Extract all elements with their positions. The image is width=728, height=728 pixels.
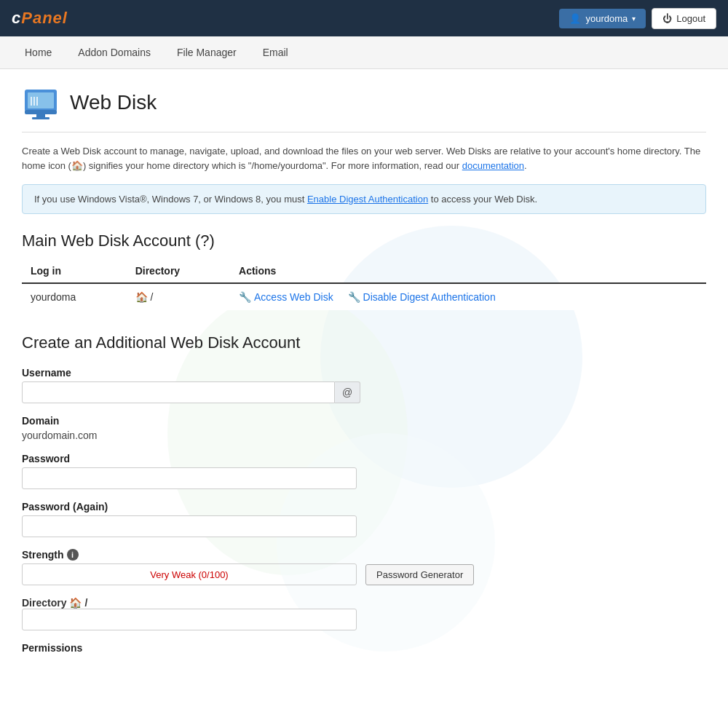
logout-icon: ⏻ <box>662 13 672 24</box>
strength-label: Strength i <box>22 549 706 561</box>
subnav: Home Addon Domains File Manager Email <box>0 36 728 69</box>
username-row: @ <box>22 381 706 403</box>
documentation-link[interactable]: documentation <box>462 160 524 171</box>
password-again-label: Password (Again) <box>22 501 706 513</box>
subnav-addon-domains[interactable]: Addon Domains <box>65 36 164 68</box>
password-generator-label: Password Generator <box>376 569 463 580</box>
actions-cell: 🔧 Access Web Disk 🔧 Disable Digest Authe… <box>230 283 706 310</box>
enable-digest-link[interactable]: Enable Digest Authentication <box>307 194 428 205</box>
topbar-right: 👤 yourdoma ▾ ⏻ Logout <box>559 8 716 29</box>
col-actions: Actions <box>230 259 706 283</box>
table-row: yourdoma 🏠 / 🔧 Access Web Disk 🔧 Disable… <box>22 283 706 310</box>
at-symbol: @ <box>335 381 360 403</box>
directory-group: Directory 🏠 / <box>22 597 706 630</box>
svg-rect-5 <box>25 110 57 114</box>
main-content: Web Disk Create a Web Disk account to ma… <box>0 69 728 680</box>
logout-button[interactable]: ⏻ Logout <box>652 8 716 29</box>
page-title: Web Disk <box>70 91 157 114</box>
access-web-disk-link[interactable]: 🔧 Access Web Disk <box>239 291 333 303</box>
disable-digest-label: Disable Digest Authentication <box>363 291 496 303</box>
webdisk-icon <box>22 84 60 122</box>
strength-group: Strength i Very Weak (0/100) Password Ge… <box>22 549 706 585</box>
strength-value: Very Weak (0/100) <box>150 569 228 580</box>
disable-digest-link[interactable]: 🔧 Disable Digest Authentication <box>348 291 496 303</box>
create-heading: Create an Additional Web Disk Account <box>22 333 706 352</box>
main-account-table: Log in Directory Actions yourdoma 🏠 / 🔧 … <box>22 259 706 310</box>
wrench-icon-2: 🔧 <box>348 291 360 303</box>
username-label: Username <box>22 367 706 379</box>
access-web-disk-label: Access Web Disk <box>254 291 333 303</box>
page-title-row: Web Disk <box>22 84 706 132</box>
password-generator-button[interactable]: Password Generator <box>365 564 474 585</box>
subnav-file-manager[interactable]: File Manager <box>164 36 250 68</box>
main-account-heading: Main Web Disk Account (?) <box>22 232 706 250</box>
info-box: If you use Windows Vista®, Windows 7, or… <box>22 184 706 214</box>
username-group: Username @ <box>22 367 706 403</box>
permissions-group: Permissions <box>22 642 706 654</box>
password-again-input[interactable] <box>22 515 357 537</box>
logout-label: Logout <box>676 13 705 24</box>
subnav-email[interactable]: Email <box>250 36 301 68</box>
permissions-label: Permissions <box>22 642 706 654</box>
page-description: Create a Web Disk account to manage, nav… <box>22 144 706 173</box>
domain-value: yourdomain.com <box>22 430 706 441</box>
strength-info-icon: i <box>67 549 79 561</box>
domain-label: Domain <box>22 415 706 427</box>
svg-rect-6 <box>36 114 45 117</box>
wrench-icon-1: 🔧 <box>239 291 251 303</box>
user-menu-button[interactable]: 👤 yourdoma ▾ <box>559 9 646 28</box>
col-login: Log in <box>22 259 127 283</box>
topbar: cPanel 👤 yourdoma ▾ ⏻ Logout <box>0 0 728 36</box>
cpanel-logo: cPanel <box>12 9 68 28</box>
svg-rect-7 <box>32 117 50 119</box>
username-label: yourdoma <box>585 13 628 24</box>
password-label: Password <box>22 453 706 464</box>
password-again-group: Password (Again) <box>22 501 706 537</box>
directory-cell: 🏠 / <box>127 283 230 310</box>
create-section: Create an Additional Web Disk Account Us… <box>22 333 706 654</box>
strength-bar: Very Weak (0/100) <box>22 563 357 585</box>
chevron-down-icon: ▾ <box>632 15 636 23</box>
directory-slash: / <box>84 597 87 609</box>
password-input[interactable] <box>22 467 357 489</box>
domain-group: Domain yourdomain.com <box>22 415 706 441</box>
directory-text-label: Directory <box>22 597 66 609</box>
directory-label-row: Directory 🏠 / <box>22 597 706 609</box>
user-icon: 👤 <box>569 13 581 24</box>
strength-row: Very Weak (0/100) Password Generator <box>22 563 706 585</box>
subnav-home[interactable]: Home <box>12 36 65 68</box>
directory-input[interactable] <box>22 609 357 630</box>
username-input[interactable] <box>22 381 335 403</box>
col-directory: Directory <box>127 259 230 283</box>
password-group: Password <box>22 453 706 489</box>
directory-home-icon: 🏠 <box>69 597 82 609</box>
login-cell: yourdoma <box>22 283 127 310</box>
